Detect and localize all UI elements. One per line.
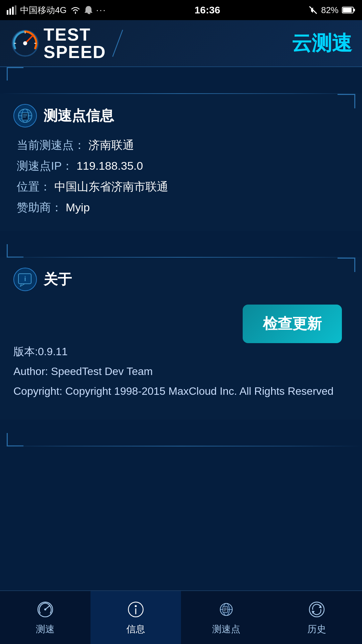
history-nav-icon bbox=[307, 599, 327, 620]
more-icon: ··· bbox=[96, 5, 107, 15]
svg-point-31 bbox=[135, 605, 137, 607]
battery-icon bbox=[342, 6, 355, 14]
status-time: 16:36 bbox=[194, 4, 220, 16]
speedtest-nav-icon bbox=[35, 599, 55, 620]
logo-test-text: TEST bbox=[44, 26, 106, 43]
bottom-corner-bl bbox=[7, 433, 23, 446]
current-point-value: 济南联通 bbox=[88, 139, 134, 151]
sponsor-value: Myip bbox=[66, 201, 90, 214]
nav-label-info: 信息 bbox=[126, 623, 145, 636]
info-nav-icon bbox=[126, 599, 146, 620]
ip-label: 测速点IP： bbox=[17, 159, 73, 172]
svg-point-10 bbox=[23, 41, 27, 45]
svg-rect-1 bbox=[9, 8, 11, 15]
svg-marker-25 bbox=[20, 284, 25, 286]
location-label: 位置： bbox=[17, 180, 51, 193]
location-value: 中国山东省济南市联通 bbox=[54, 180, 168, 193]
check-update-button[interactable]: 检查更新 bbox=[243, 305, 342, 343]
svg-line-14 bbox=[113, 30, 123, 57]
mute-icon bbox=[308, 5, 318, 15]
location-row: 位置：中国山东省济南市联通 bbox=[13, 179, 349, 195]
version-text: 版本:0.9.11 bbox=[13, 343, 349, 360]
nav-item-speedtest[interactable]: 测速 bbox=[0, 591, 90, 644]
bottom-spacer bbox=[0, 420, 362, 446]
notification-icon bbox=[84, 5, 93, 15]
about-section-wrap: i 关于 检查更新 版本:0.9.11 Author: SpeedTest De… bbox=[0, 258, 362, 420]
copyright-text: Copyright: Copyright 1998-2015 MaxCloud … bbox=[13, 383, 349, 400]
svg-rect-2 bbox=[12, 7, 14, 15]
logo-separator bbox=[109, 28, 129, 58]
carrier-label: 中国移动4G bbox=[20, 4, 67, 16]
about-title: 关于 bbox=[44, 270, 72, 289]
ip-row: 测速点IP：119.188.35.0 bbox=[13, 158, 349, 174]
middle-spacer bbox=[0, 231, 362, 258]
sponsor-row: 赞助商：Myip bbox=[13, 200, 349, 215]
nav-item-info[interactable]: 信息 bbox=[90, 591, 181, 644]
svg-rect-3 bbox=[15, 5, 16, 15]
ip-value: 119.188.35.0 bbox=[76, 159, 143, 172]
nav-label-speedpoint: 测速点 bbox=[212, 623, 240, 636]
svg-rect-20 bbox=[22, 113, 28, 120]
wifi-icon bbox=[70, 6, 81, 14]
logo-speed-text: SPEED bbox=[44, 43, 106, 61]
corner-bracket-tl bbox=[7, 67, 23, 80]
svg-rect-6 bbox=[343, 8, 352, 12]
top-spacer bbox=[0, 67, 362, 94]
speedpoint-nav-icon bbox=[216, 599, 236, 620]
status-right: 82% bbox=[308, 5, 355, 15]
logo-speedometer-icon bbox=[10, 28, 40, 58]
svg-rect-7 bbox=[354, 9, 355, 11]
status-left: 中国移动4G ··· bbox=[7, 4, 106, 16]
sponsor-label: 赞助商： bbox=[17, 201, 62, 214]
logo-text: TEST SPEED bbox=[44, 26, 106, 61]
speedpoint-section-title: 测速点信息 bbox=[44, 106, 114, 125]
about-text-block: 版本:0.9.11 Author: SpeedTest Dev Team Cop… bbox=[13, 343, 349, 400]
logo-container: TEST SPEED bbox=[10, 26, 129, 61]
corner-bracket-bl bbox=[7, 244, 23, 258]
nav-item-speedpoint[interactable]: 测速点 bbox=[181, 591, 272, 644]
author-text: Author: SpeedTest Dev Team bbox=[13, 363, 349, 380]
current-point-label: 当前测速点： bbox=[17, 139, 85, 151]
battery-percent: 82% bbox=[321, 5, 339, 15]
nav-item-history[interactable]: 历史 bbox=[272, 591, 362, 644]
speed-point-section: 测速点信息 当前测速点：济南联通 测速点IP：119.188.35.0 位置：中… bbox=[0, 94, 362, 231]
about-section-content: i 关于 检查更新 版本:0.9.11 Author: SpeedTest De… bbox=[0, 258, 362, 420]
current-point-row: 当前测速点：济南联通 bbox=[13, 138, 349, 153]
svg-rect-0 bbox=[7, 10, 8, 15]
about-section-icon: i bbox=[13, 268, 37, 291]
header-title-cn: 云测速 bbox=[292, 30, 352, 57]
bottom-navigation: 测速 信息 测速点 bbox=[0, 590, 362, 644]
speedpoint-section-icon bbox=[13, 104, 37, 127]
svg-point-29 bbox=[44, 608, 46, 610]
divider-line-bottom bbox=[0, 446, 362, 446]
nav-label-speedtest: 测速 bbox=[36, 623, 55, 636]
info-section-content: 测速点信息 当前测速点：济南联通 测速点IP：119.188.35.0 位置：中… bbox=[0, 94, 362, 231]
about-section-header: i 关于 bbox=[13, 268, 349, 291]
section-header-speedpoint: 测速点信息 bbox=[13, 104, 349, 127]
svg-text:i: i bbox=[24, 275, 26, 282]
nav-label-history: 历史 bbox=[307, 623, 326, 636]
status-bar: 中国移动4G ··· 16:36 82% bbox=[0, 0, 362, 20]
signal-icon bbox=[7, 5, 17, 15]
app-header: TEST SPEED 云测速 bbox=[0, 20, 362, 67]
